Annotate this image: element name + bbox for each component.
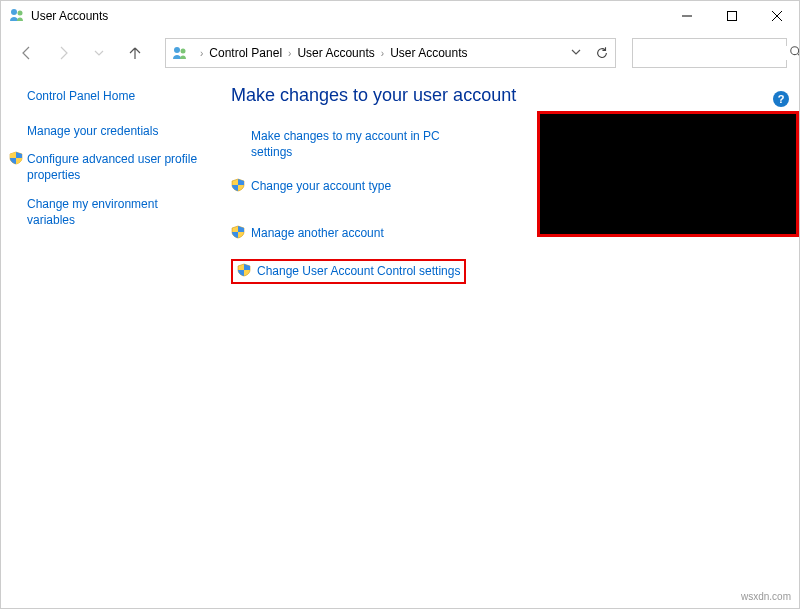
address-bar[interactable]: › Control Panel › User Accounts › User A…	[165, 38, 616, 68]
sidebar-link-label: Configure advanced user profile properti…	[27, 151, 201, 183]
refresh-button[interactable]	[595, 46, 609, 60]
task-label: Change User Account Control settings	[257, 264, 460, 278]
up-button[interactable]	[121, 39, 149, 67]
forward-button[interactable]	[49, 39, 77, 67]
breadcrumb-control-panel[interactable]: Control Panel	[209, 46, 282, 60]
sidebar-link-label: Change my environment variables	[27, 196, 201, 228]
window-controls	[664, 1, 799, 31]
task-change-uac-settings[interactable]: Change User Account Control settings	[231, 259, 466, 284]
search-input[interactable]	[639, 46, 789, 60]
page-heading: Make changes to your user account	[231, 85, 783, 106]
chevron-right-icon[interactable]: ›	[282, 48, 297, 59]
shield-icon	[231, 225, 245, 243]
main-panel: Make changes to your user account Make c…	[211, 85, 799, 284]
svg-point-0	[11, 9, 17, 15]
svg-point-1	[18, 10, 23, 15]
sidebar: Control Panel Home Manage your credentia…	[1, 85, 211, 284]
window-title: User Accounts	[31, 9, 664, 23]
task-label: Change your account type	[251, 178, 391, 194]
task-label: Manage another account	[251, 225, 384, 241]
watermark: wsxdn.com	[741, 591, 791, 602]
sidebar-link-environment-variables[interactable]: Change my environment variables	[27, 196, 201, 228]
svg-point-8	[791, 46, 799, 54]
control-panel-home-link[interactable]: Control Panel Home	[27, 89, 201, 103]
address-history-dropdown[interactable]	[567, 47, 585, 59]
task-label: Make changes to my account in PC setting…	[251, 128, 451, 160]
svg-rect-3	[727, 12, 736, 21]
sidebar-link-label: Manage your credentials	[27, 123, 158, 139]
svg-point-6	[174, 47, 180, 53]
maximize-button[interactable]	[709, 1, 754, 31]
navigation-bar: › Control Panel › User Accounts › User A…	[1, 35, 799, 71]
search-icon	[789, 45, 800, 62]
titlebar: User Accounts	[1, 1, 799, 31]
shield-icon	[231, 178, 245, 196]
back-button[interactable]	[13, 39, 41, 67]
breadcrumb-user-accounts-page[interactable]: User Accounts	[390, 46, 467, 60]
shield-icon	[9, 151, 23, 169]
breadcrumb-user-accounts-category[interactable]: User Accounts	[297, 46, 374, 60]
content-area: Control Panel Home Manage your credentia…	[1, 71, 799, 284]
search-box[interactable]	[632, 38, 787, 68]
user-accounts-icon	[9, 7, 25, 26]
recent-locations-dropdown[interactable]	[85, 39, 113, 67]
svg-point-7	[181, 49, 186, 54]
chevron-right-icon[interactable]: ›	[375, 48, 390, 59]
shield-icon	[237, 263, 251, 280]
sidebar-link-manage-credentials[interactable]: Manage your credentials	[27, 123, 201, 139]
account-preview-redacted	[537, 111, 799, 237]
sidebar-link-configure-profile[interactable]: Configure advanced user profile properti…	[27, 151, 201, 183]
close-button[interactable]	[754, 1, 799, 31]
user-accounts-icon	[172, 45, 188, 61]
chevron-right-icon[interactable]: ›	[194, 48, 209, 59]
minimize-button[interactable]	[664, 1, 709, 31]
